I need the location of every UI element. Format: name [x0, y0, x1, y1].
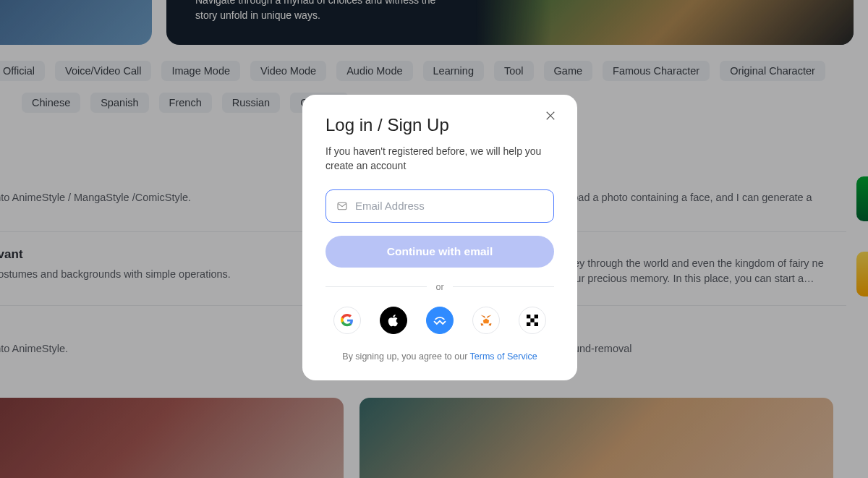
divider — [453, 286, 554, 287]
metamask-icon — [479, 313, 493, 328]
apple-login-button[interactable] — [380, 307, 407, 334]
google-icon — [341, 314, 354, 327]
walletconnect-login-button[interactable] — [426, 307, 454, 334]
apple-icon — [388, 314, 399, 327]
mail-icon — [336, 200, 348, 212]
terms-of-service-link[interactable]: Terms of Service — [470, 351, 537, 362]
close-icon[interactable] — [544, 109, 561, 127]
metamask-login-button[interactable] — [472, 307, 500, 334]
or-label: or — [435, 282, 443, 292]
svg-rect-5 — [535, 322, 538, 325]
email-input[interactable] — [355, 200, 543, 212]
walletconnect-icon — [433, 313, 447, 328]
divider — [326, 286, 427, 287]
okx-login-button[interactable] — [519, 307, 546, 334]
google-login-button[interactable] — [333, 307, 361, 334]
modal-title: Log in / Sign Up — [326, 115, 554, 135]
modal-subtitle: If you haven't registered before, we wil… — [326, 144, 542, 174]
continue-with-email-button[interactable]: Continue with email — [326, 236, 554, 268]
terms-text: By signing up, you agree to our Terms of… — [326, 351, 554, 362]
svg-rect-3 — [530, 318, 534, 322]
svg-rect-2 — [535, 315, 538, 318]
svg-rect-4 — [527, 322, 530, 325]
login-modal: Log in / Sign Up If you haven't register… — [302, 95, 577, 380]
okx-icon — [527, 315, 538, 326]
email-field-wrap[interactable] — [326, 189, 554, 223]
svg-rect-1 — [527, 315, 530, 318]
